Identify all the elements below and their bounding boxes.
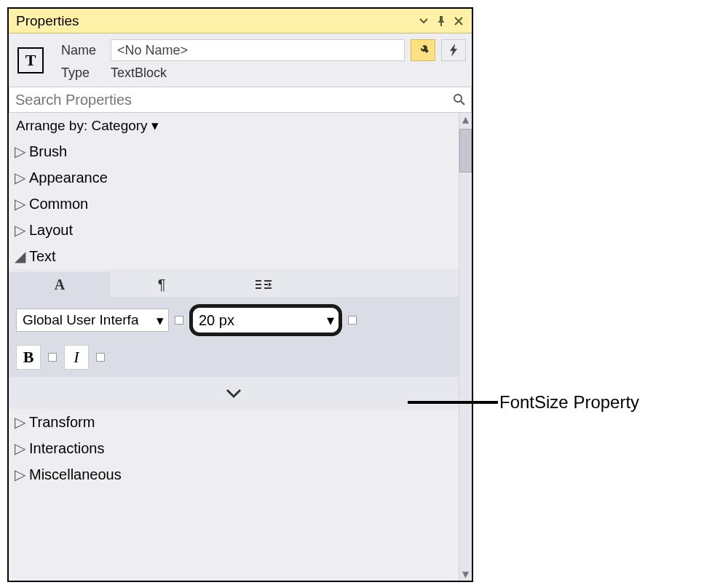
name-input[interactable] [111,39,405,61]
font-family-dropdown[interactable]: Global User Interfa ▾ [16,309,169,332]
close-icon[interactable] [450,12,467,30]
chevron-down-icon: ▾ [151,118,159,133]
element-type-icon: T [17,47,44,73]
name-label: Name [61,43,105,58]
svg-point-0 [454,95,462,102]
properties-panel: Properties T Name Type TextBlock [7,7,473,582]
expand-icon: ▷ [15,143,25,160]
expand-icon: ▷ [15,169,25,186]
pin-icon[interactable] [432,12,450,30]
properties-mode-button[interactable] [411,39,435,61]
category-miscellaneous[interactable]: ▷ Miscellaneous [9,461,459,488]
properties-list: Arrange by: Category ▾ ▷ Brush ▷ Appeara… [9,113,459,581]
bold-button[interactable]: B [16,345,41,370]
category-transform[interactable]: ▷ Transform [9,409,459,435]
expand-icon: ▷ [15,439,25,457]
svg-line-1 [461,101,464,105]
search-input[interactable] [9,89,448,111]
titlebar: Properties [9,9,472,33]
bold-marker[interactable] [48,353,57,362]
expand-icon: ▷ [15,221,25,239]
type-value: TextBlock [111,65,405,81]
arrange-by-dropdown[interactable]: Arrange by: Category ▾ [9,113,459,138]
expand-icon: ▷ [15,466,25,483]
search-icon[interactable] [448,94,471,106]
category-interactions[interactable]: ▷ Interactions [9,435,459,461]
scroll-up-icon[interactable]: ▴ [459,113,472,126]
lightning-icon [448,44,459,57]
category-common[interactable]: ▷ Common [9,191,459,217]
indent-icon [256,279,272,290]
category-text[interactable]: ◢ Text [9,243,459,269]
vertical-scrollbar[interactable]: ▴ ▾ [459,113,472,581]
category-layout[interactable]: ▷ Layout [9,217,459,243]
font-family-marker[interactable] [175,316,183,325]
font-size-dropdown[interactable]: 20 px ▾ [189,304,342,336]
text-indent-tab[interactable] [213,272,314,297]
category-appearance[interactable]: ▷ Appearance [9,164,459,191]
expand-icon: ▷ [15,195,25,212]
text-category-body: A ¶ Global User Interfa ▾ 20 px [9,269,459,409]
events-mode-button[interactable] [441,39,466,61]
chevron-down-icon [226,389,242,399]
show-more-button[interactable] [9,377,459,409]
type-label: Type [61,65,105,81]
collapse-icon: ◢ [15,247,25,265]
expand-icon: ▷ [15,413,25,431]
text-paragraph-tab[interactable]: ¶ [111,272,213,297]
panel-title: Properties [16,13,415,29]
scroll-thumb[interactable] [459,129,472,172]
annotation-label: FontSize Property [499,392,639,413]
wrench-icon [416,44,430,57]
italic-marker[interactable] [96,353,105,362]
category-brush[interactable]: ▷ Brush [9,138,459,164]
text-font-tab[interactable]: A [9,272,111,297]
chevron-down-icon: ▾ [327,311,334,329]
italic-button[interactable]: I [64,345,89,370]
search-row [9,87,472,113]
font-size-marker[interactable] [348,316,357,325]
window-options-icon[interactable] [415,12,432,30]
scroll-down-icon[interactable]: ▾ [459,568,472,581]
annotation-callout: FontSize Property [408,388,639,417]
chevron-down-icon: ▾ [157,312,164,329]
selection-header: T Name Type TextBlock [9,33,472,87]
